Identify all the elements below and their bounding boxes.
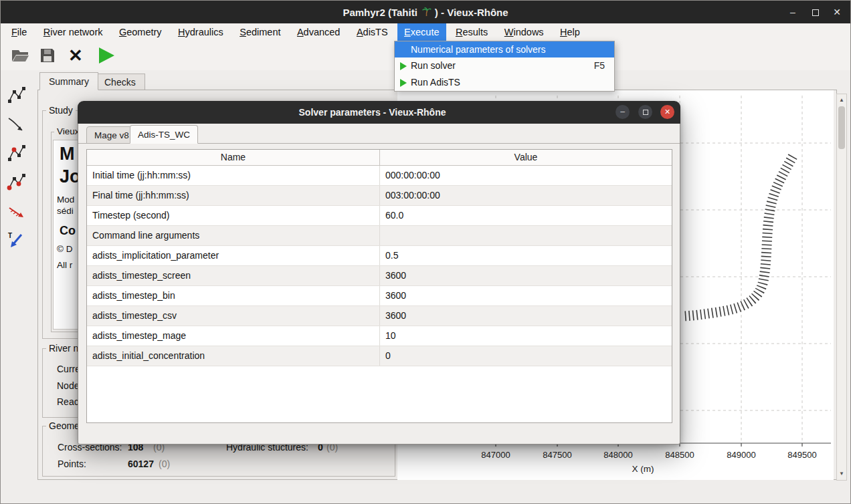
param-value[interactable]: 3600 bbox=[380, 266, 672, 285]
save-floppy-icon bbox=[39, 47, 56, 64]
param-value[interactable]: 10 bbox=[380, 326, 672, 346]
river-network-line: Curre bbox=[57, 364, 80, 374]
menu-windows[interactable]: Windows bbox=[498, 23, 551, 41]
scroll-down-icon[interactable]: ▼ bbox=[837, 469, 846, 479]
window-title-suffix: ) - Vieux-Rhône bbox=[435, 7, 508, 18]
network-red-node-icon bbox=[7, 144, 25, 162]
x-axis-label: X (m) bbox=[613, 464, 673, 474]
dialog-minimize-button[interactable]: – bbox=[616, 105, 630, 119]
param-value[interactable]: 60.0 bbox=[380, 206, 672, 225]
x-tick: 849000 bbox=[720, 450, 763, 460]
sidebar-reach-nodes-icon[interactable] bbox=[5, 170, 27, 193]
network-nodes-icon bbox=[7, 86, 25, 104]
table-row[interactable]: adists_timestep_mage 10 bbox=[87, 326, 672, 346]
menu-geometry[interactable]: Geometry bbox=[112, 23, 169, 41]
menubar: File River network Geometry Hydraulics S… bbox=[1, 23, 850, 41]
study-doc-line: Mod bbox=[57, 195, 74, 205]
river-cross-sections-curve bbox=[684, 156, 793, 316]
menu-file[interactable]: File bbox=[5, 23, 33, 41]
dialog-close-button[interactable]: ✕ bbox=[660, 105, 674, 119]
minimize-button[interactable]: – bbox=[782, 1, 803, 23]
study-doc-line: sédi bbox=[57, 206, 74, 216]
table-row[interactable]: Timestep (second) 60.0 bbox=[87, 206, 672, 226]
menu-help[interactable]: Help bbox=[553, 23, 587, 41]
dialog-maximize-icon bbox=[643, 110, 648, 115]
sidebar-river-network-icon[interactable] bbox=[5, 84, 27, 106]
table-row[interactable]: adists_initial_concentration 0 bbox=[87, 346, 672, 366]
menu-item-label: Run AdisTS bbox=[411, 77, 460, 88]
maximize-button[interactable] bbox=[805, 1, 826, 23]
sidebar-translate-icon[interactable]: T bbox=[5, 229, 27, 251]
dialog-tab-adis-ts-wc[interactable]: Adis-TS_WC bbox=[130, 125, 198, 144]
study-doc-line: Co bbox=[60, 224, 76, 238]
menu-item-numerical-parameters[interactable]: Numerical parameters of solvers bbox=[395, 41, 614, 57]
dialog-maximize-button[interactable] bbox=[638, 105, 652, 119]
scroll-up-icon[interactable]: ▲ bbox=[837, 96, 846, 105]
menu-river-network[interactable]: River network bbox=[37, 23, 110, 41]
menu-adists[interactable]: AdisTS bbox=[350, 23, 395, 41]
menu-item-label: Numerical parameters of solvers bbox=[411, 44, 546, 55]
menu-item-run-solver[interactable]: Run solver F5 bbox=[395, 57, 614, 74]
save-button[interactable] bbox=[37, 45, 58, 66]
table-header-name[interactable]: Name bbox=[87, 150, 380, 165]
points-value: 60127 bbox=[128, 459, 154, 469]
param-name[interactable]: adists_timestep_screen bbox=[87, 266, 380, 285]
scrollbar-thumb[interactable] bbox=[838, 106, 845, 149]
param-name[interactable]: Timestep (second) bbox=[87, 206, 380, 225]
menu-execute[interactable]: Execute bbox=[397, 23, 446, 41]
param-name[interactable]: adists_timestep_csv bbox=[87, 306, 380, 326]
vertical-scrollbar[interactable]: ▲ ▼ bbox=[836, 94, 847, 481]
param-value[interactable] bbox=[380, 226, 672, 245]
table-row[interactable]: adists_timestep_screen 3600 bbox=[87, 266, 672, 286]
x-tick: 848500 bbox=[658, 450, 701, 460]
tab-checks[interactable]: Checks bbox=[95, 74, 145, 90]
table-row[interactable]: Final time (jj:hh:mm:ss) 003:00:00:00 bbox=[87, 186, 672, 206]
menu-hydraulics[interactable]: Hydraulics bbox=[171, 23, 230, 41]
param-name[interactable]: Command line arguments bbox=[87, 226, 380, 245]
solver-parameters-dialog: Solver parameters - Vieux-Rhône – ✕ Mage… bbox=[78, 101, 680, 445]
run-button[interactable] bbox=[96, 45, 117, 66]
param-value[interactable]: 000:00:00:00 bbox=[380, 166, 672, 185]
open-folder-icon bbox=[11, 47, 29, 64]
points-note: (0) bbox=[159, 459, 170, 469]
menu-item-shortcut: F5 bbox=[594, 57, 605, 74]
param-value[interactable]: 003:00:00:00 bbox=[380, 186, 672, 205]
river-network-group-label: River n bbox=[46, 343, 81, 354]
dialog-body: Mage v8 Adis-TS_WC Name Value Initial ti… bbox=[78, 124, 680, 445]
param-value[interactable]: 0 bbox=[380, 346, 672, 366]
param-name[interactable]: adists_timestep_bin bbox=[87, 286, 380, 305]
window-title-prefix: Pamhyr2 (Tahiti bbox=[343, 7, 417, 18]
sidebar-profile-icon[interactable] bbox=[5, 113, 27, 136]
x-tick: 847000 bbox=[474, 450, 517, 460]
menu-sediment[interactable]: Sediment bbox=[233, 23, 287, 41]
param-value[interactable]: 3600 bbox=[380, 306, 672, 326]
param-value[interactable]: 3600 bbox=[380, 286, 672, 305]
close-button[interactable]: ✕ bbox=[826, 1, 848, 23]
sidebar-current-reach-icon[interactable] bbox=[5, 142, 27, 164]
open-file-button[interactable] bbox=[9, 45, 31, 66]
table-row[interactable]: adists_implicitation_parameter 0.5 bbox=[87, 246, 672, 266]
window-title: Pamhyr2 (Tahiti ) - Vieux-Rhône bbox=[81, 1, 770, 23]
param-name[interactable]: adists_timestep_mage bbox=[87, 326, 380, 346]
param-name[interactable]: Initial time (jj:hh:mm:ss) bbox=[87, 166, 380, 185]
menu-item-label: Run solver bbox=[411, 60, 456, 71]
param-name[interactable]: adists_initial_concentration bbox=[87, 346, 380, 366]
tab-summary[interactable]: Summary bbox=[39, 72, 98, 90]
menu-item-run-adists[interactable]: Run AdisTS bbox=[395, 74, 614, 91]
close-study-button[interactable]: ✕ bbox=[65, 45, 86, 66]
table-row[interactable]: Initial time (jj:hh:mm:ss) 000:00:00:00 bbox=[87, 166, 672, 186]
table-row[interactable]: adists_timestep_csv 3600 bbox=[87, 306, 672, 326]
study-doc-line: © D bbox=[57, 244, 72, 254]
table-row[interactable]: adists_timestep_bin 3600 bbox=[87, 286, 672, 306]
param-name[interactable]: adists_implicitation_parameter bbox=[87, 246, 380, 265]
menu-results[interactable]: Results bbox=[449, 23, 494, 41]
menu-advanced[interactable]: Advanced bbox=[290, 23, 347, 41]
run-play-icon bbox=[99, 47, 114, 64]
param-name[interactable]: Final time (jj:hh:mm:ss) bbox=[87, 186, 380, 205]
parameters-table: Name Value Initial time (jj:hh:mm:ss) 00… bbox=[86, 149, 672, 423]
sidebar-slope-icon[interactable] bbox=[5, 201, 27, 224]
study-doc-line: All r bbox=[57, 260, 72, 270]
table-header-value[interactable]: Value bbox=[380, 150, 672, 165]
table-row[interactable]: Command line arguments bbox=[87, 226, 672, 246]
param-value[interactable]: 0.5 bbox=[380, 246, 672, 265]
